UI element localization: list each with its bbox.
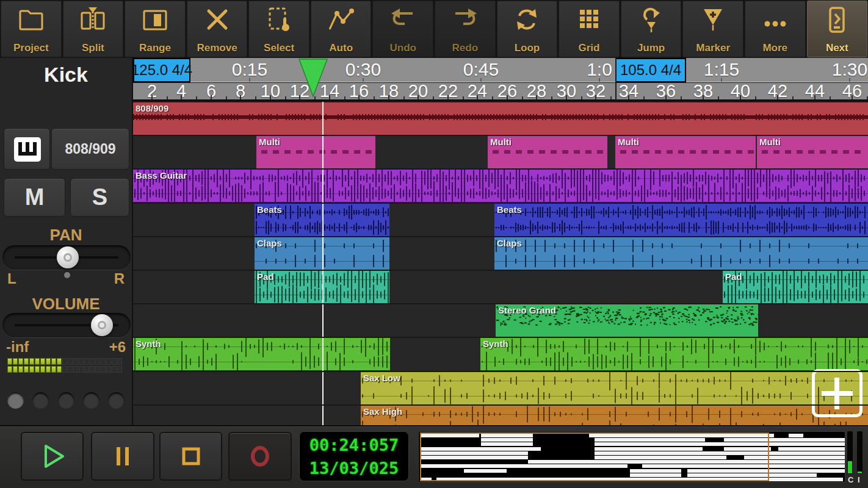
tempo-marker[interactable]: 105.0 4/4 [615,58,686,82]
pause-icon [108,442,137,471]
clip-multi[interactable]: Multi [256,136,375,168]
folder-icon [16,4,46,36]
toolbar-button-project[interactable]: Project [1,1,62,57]
clip-label: Multi [490,137,512,147]
clip-multi[interactable]: Multi [615,136,756,168]
toolbar-label-loop: Loop [497,42,557,54]
time-label: 1:30 [832,59,867,80]
meter-label: I [858,475,860,484]
bar-tick [814,95,816,99]
meter-c [847,431,853,474]
page-dot-4[interactable] [108,392,125,409]
time-tick [721,78,722,82]
clip-label: Pad [257,271,274,282]
timeline-ruler[interactable]: 0:15 0:30 0:45 1:0 1:15 1:30 125.0 4/410… [133,58,868,102]
clip-synth[interactable]: Synth [480,338,868,370]
pan-knob[interactable] [57,246,79,268]
clip-claps[interactable]: Claps [494,237,868,270]
clip-multi[interactable]: Multi [757,136,868,168]
clip-808-909[interactable]: 808/909 [133,102,868,135]
bar-tick [151,95,153,99]
solo-button[interactable]: S [70,178,129,217]
toolbar-button-loop[interactable]: Loop [497,1,558,57]
bar-tick [703,95,704,99]
volume-min-label: -inf [6,339,29,356]
toolbar-label-auto: Auto [311,42,371,54]
clip-pad[interactable]: Pad [723,271,868,303]
meter-label: C [848,475,853,484]
clip-beats[interactable]: Beats [494,204,868,236]
bar-tick [447,95,449,99]
marker-icon [698,4,728,36]
stop-icon [176,442,206,471]
pause-button[interactable] [91,432,154,481]
instrument-button[interactable] [4,128,50,170]
stop-button[interactable] [159,432,222,481]
bar-tick [181,95,182,99]
clip-stereo-grand[interactable]: Stereo Grand [496,304,758,337]
toolbar-label-remove: Remove [187,42,247,54]
toolbar-button-more[interactable]: More [745,1,806,57]
grid-icon [574,4,604,36]
panel-page-dots[interactable] [0,392,132,409]
tempo-marker[interactable]: 125.0 4/4 [133,58,190,82]
page-dot-1[interactable] [32,392,49,409]
track-separator [133,168,868,170]
toolbar-button-undo[interactable]: Undo [372,1,433,57]
bar-tick [240,95,241,99]
page-dot-3[interactable] [83,392,99,409]
pan-center-dot [64,272,70,278]
next-icon [822,4,852,36]
toolbar-button-auto[interactable]: Auto [311,1,372,57]
pan-left-label: L [7,270,16,287]
daw-screen: Project Split Range Remove Select Auto U… [0,0,868,488]
toolbar-button-select[interactable]: Select [248,1,309,57]
date-value: 13/03/025 [300,457,408,480]
toolbar-button-marker[interactable]: Marker [682,1,743,57]
toolbar-button-grid[interactable]: Grid [559,1,620,57]
clip-label: Sax Low [363,373,400,383]
clip-sax-low[interactable]: Sax Low [361,372,868,404]
playhead-marker[interactable] [298,59,328,98]
clip-bass-guitar[interactable]: Bass Guitar [133,170,868,202]
toolbar-button-next[interactable]: Next [807,1,868,57]
redo-icon [450,4,480,36]
toolbar-button-split[interactable]: Split [63,1,124,57]
bar-tick [755,96,756,99]
clip-synth[interactable]: Synth [133,338,390,370]
volume-knob[interactable] [91,314,113,336]
track-separator [133,236,868,237]
clip-label: 808/909 [136,103,168,113]
record-button[interactable] [228,432,292,481]
time-label: 0:15 [232,59,267,80]
bar-ruler-row[interactable]: 2 4 6 8 10 12 14 16 18 20 22 24 26 28 30… [133,83,868,101]
clip-sax-high[interactable]: Sax High [361,406,868,425]
toolbar-button-remove[interactable]: Remove [187,1,248,57]
mute-button[interactable]: M [4,178,65,217]
track-separator [133,135,868,136]
toolbar-button-redo[interactable]: Redo [435,1,496,57]
arrangement-area[interactable]: 808/909MultiMultiMultiMultiBass GuitarBe… [133,102,868,425]
clip-multi[interactable]: Multi [488,136,607,168]
overview-clip-bar [789,434,803,437]
overview-viewport[interactable] [420,432,769,481]
bar-tick [595,95,596,99]
clip-label: Claps [257,238,282,248]
split-icon [78,4,107,36]
play-button[interactable] [21,432,84,481]
time-label: 1:0 [587,59,612,80]
toolbar-button-range[interactable]: Range [125,1,186,57]
add-track-button[interactable] [812,369,863,417]
project-overview-navigator[interactable] [418,431,845,483]
page-dot-2[interactable] [58,392,74,409]
overview-clip-bar [778,447,845,451]
instrument-preset-button[interactable]: 808/909 [51,128,129,170]
bar-tick [433,96,434,99]
bar-tick [344,96,345,99]
bar-tick [643,96,645,99]
toolbar-button-jump[interactable]: Jump [621,1,682,57]
page-dot-0[interactable] [7,392,24,409]
time-ruler-row[interactable]: 0:15 0:30 0:45 1:0 1:15 1:30 125.0 4/410… [133,58,868,82]
auto-icon [327,4,356,36]
bar-tick [403,96,405,99]
